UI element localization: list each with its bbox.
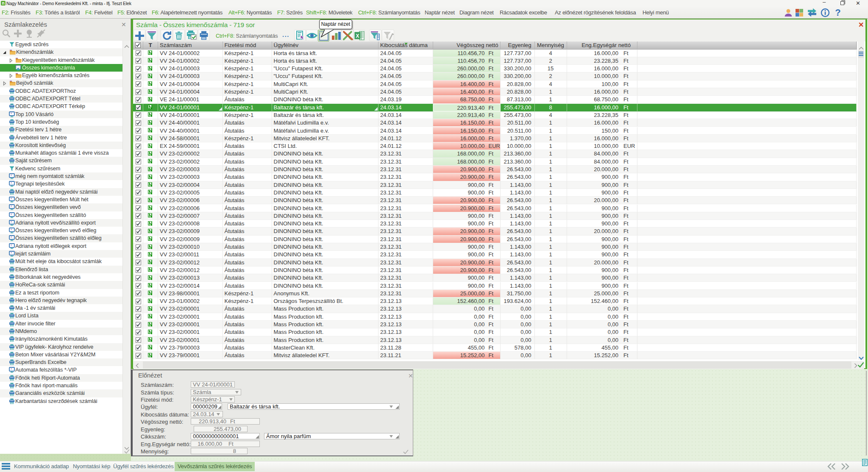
svg-text:X: X [356, 33, 359, 39]
svg-text:?: ? [835, 8, 840, 17]
